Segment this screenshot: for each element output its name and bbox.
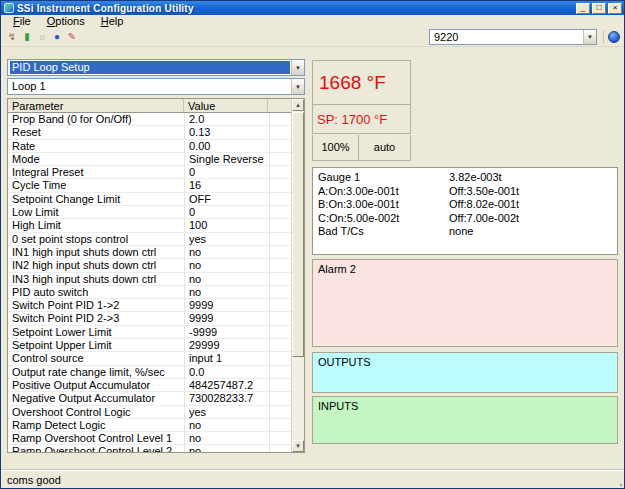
resize-grip[interactable] — [620, 484, 622, 486]
table-cell[interactable]: no — [184, 432, 201, 444]
table-row[interactable]: Switch Point PID 2->39999 — [8, 312, 291, 325]
chevron-down-icon[interactable]: ▼ — [583, 30, 596, 44]
table-row[interactable]: Ramp Overshoot Control Level 1no — [8, 432, 291, 445]
table-cell[interactable]: 484257487.2 — [184, 379, 253, 391]
table-cell[interactable]: Ramp Overshoot Control Level 1 — [8, 432, 184, 444]
table-cell[interactable]: Single Reverse — [184, 153, 264, 165]
app-icon[interactable] — [4, 3, 14, 13]
menu-help[interactable]: Help — [93, 15, 132, 28]
table-cell[interactable]: OFF — [184, 193, 211, 205]
table-cell[interactable]: Switch Point PID 1->2 — [8, 299, 184, 311]
table-cell[interactable]: Integral Preset — [8, 166, 184, 178]
table-cell[interactable]: Rate — [8, 140, 184, 152]
table-cell[interactable]: Setpoint Upper Limit — [8, 339, 184, 351]
table-cell[interactable]: no — [184, 273, 201, 285]
table-cell[interactable]: -9999 — [184, 326, 217, 338]
table-row[interactable]: Ramp Overshoot Control Level 2no — [8, 445, 291, 452]
table-cell[interactable]: Cycle Time — [8, 179, 184, 191]
table-cell[interactable]: 9999 — [184, 299, 213, 311]
info-icon[interactable] — [608, 31, 620, 43]
edit-icon[interactable]: ✎ — [65, 30, 79, 44]
table-cell[interactable]: Setpoint Change Limit — [8, 193, 184, 205]
table-row[interactable]: 0 set point stops controlyes — [8, 233, 291, 246]
table-row[interactable]: Integral Preset0 — [8, 166, 291, 179]
table-cell[interactable]: 16 — [184, 179, 201, 191]
table-cell[interactable]: Control source — [8, 352, 184, 364]
table-cell[interactable]: PID auto switch — [8, 286, 184, 298]
panel-splitter[interactable] — [307, 53, 310, 464]
section-select[interactable]: PID Loop Setup ▼ — [7, 59, 305, 76]
table-cell[interactable]: Overshoot Control Logic — [8, 406, 184, 418]
scrollbar-thumb[interactable] — [292, 112, 304, 357]
table-cell[interactable]: Prop Band (0 for On/Off) — [8, 113, 184, 125]
table-row[interactable]: Switch Point PID 1->29999 — [8, 299, 291, 312]
menu-options[interactable]: Options — [39, 15, 93, 28]
table-cell[interactable]: yes — [184, 406, 206, 418]
table-row[interactable]: High Limit100 — [8, 219, 291, 232]
table-cell[interactable]: Reset — [8, 126, 184, 138]
scroll-up-icon[interactable]: ▲ — [292, 99, 304, 111]
table-row[interactable]: Setpoint Lower Limit-9999 — [8, 326, 291, 339]
table-cell[interactable]: no — [184, 286, 201, 298]
table-cell[interactable]: Mode — [8, 153, 184, 165]
table-cell[interactable]: Ramp Detect Logic — [8, 419, 184, 431]
table-cell[interactable]: 0 — [184, 166, 195, 178]
table-row[interactable]: Negative Output Accumulator730028233.7 — [8, 392, 291, 405]
scroll-down-icon[interactable]: ▼ — [292, 440, 304, 452]
table-row[interactable]: Output rate change limit, %/sec0.0 — [8, 366, 291, 379]
table-cell[interactable]: no — [184, 445, 201, 452]
loop-select[interactable]: Loop 1 ▼ — [7, 78, 305, 95]
device-icon[interactable]: ▮ — [20, 30, 34, 44]
table-cell[interactable]: no — [184, 259, 201, 271]
minimize-button[interactable]: _ — [576, 3, 590, 14]
table-row[interactable]: ModeSingle Reverse — [8, 153, 291, 166]
table-cell[interactable]: Output rate change limit, %/sec — [8, 366, 184, 378]
table-row[interactable]: Ramp Detect Logicno — [8, 419, 291, 432]
table-cell[interactable]: 0.13 — [184, 126, 210, 138]
menu-file[interactable]: File — [5, 15, 39, 28]
table-cell[interactable]: IN2 high input shuts down ctrl — [8, 259, 184, 271]
table-row[interactable]: Cycle Time16 — [8, 179, 291, 192]
table-cell[interactable]: IN1 high input shuts down ctrl — [8, 246, 184, 258]
table-row[interactable]: Low Limit0 — [8, 206, 291, 219]
table-row[interactable]: Prop Band (0 for On/Off)2.0 — [8, 113, 291, 126]
table-row[interactable]: IN2 high input shuts down ctrlno — [8, 259, 291, 272]
maximize-button[interactable]: □ — [592, 3, 606, 14]
globe-icon[interactable]: ● — [50, 30, 64, 44]
table-scrollbar[interactable]: ▲ ▼ — [291, 99, 304, 452]
chevron-down-icon[interactable]: ▼ — [291, 60, 304, 75]
table-cell[interactable]: Ramp Overshoot Control Level 2 — [8, 445, 184, 452]
table-row[interactable]: Positive Output Accumulator484257487.2 — [8, 379, 291, 392]
table-row[interactable]: Setpoint Upper Limit29999 — [8, 339, 291, 352]
table-cell[interactable]: 0 set point stops control — [8, 233, 184, 245]
table-cell[interactable]: 0 — [184, 206, 195, 218]
table-row[interactable]: Overshoot Control Logicyes — [8, 406, 291, 419]
table-cell[interactable]: 730028233.7 — [184, 392, 253, 404]
close-button[interactable]: × — [608, 3, 622, 14]
table-row[interactable]: IN3 high input shuts down ctrlno — [8, 273, 291, 286]
device-select[interactable]: 9220 ▼ — [429, 29, 597, 45]
table-cell[interactable]: 0.00 — [184, 140, 210, 152]
table-cell[interactable]: Positive Output Accumulator — [8, 379, 184, 391]
table-cell[interactable]: 100 — [184, 219, 207, 231]
table-cell[interactable]: 29999 — [184, 339, 220, 351]
table-cell[interactable]: Low Limit — [8, 206, 184, 218]
table-cell[interactable]: 9999 — [184, 312, 213, 324]
table-cell[interactable]: Switch Point PID 2->3 — [8, 312, 184, 324]
table-row[interactable]: Control sourceinput 1 — [8, 352, 291, 365]
table-cell[interactable]: High Limit — [8, 219, 184, 231]
table-cell[interactable]: yes — [184, 233, 206, 245]
table-cell[interactable]: no — [184, 419, 201, 431]
table-cell[interactable]: Negative Output Accumulator — [8, 392, 184, 404]
table-cell[interactable]: IN3 high input shuts down ctrl — [8, 273, 184, 285]
table-row[interactable]: Reset0.13 — [8, 126, 291, 139]
table-row[interactable]: Setpoint Change LimitOFF — [8, 193, 291, 206]
table-cell[interactable]: 2.0 — [184, 113, 204, 125]
table-cell[interactable]: Setpoint Lower Limit — [8, 326, 184, 338]
chevron-down-icon[interactable]: ▼ — [291, 79, 304, 94]
table-cell[interactable]: no — [184, 246, 201, 258]
table-cell[interactable]: 0.0 — [184, 366, 204, 378]
table-row[interactable]: IN1 high input shuts down ctrlno — [8, 246, 291, 259]
table-cell[interactable]: input 1 — [184, 352, 222, 364]
table-row[interactable]: PID auto switchno — [8, 286, 291, 299]
